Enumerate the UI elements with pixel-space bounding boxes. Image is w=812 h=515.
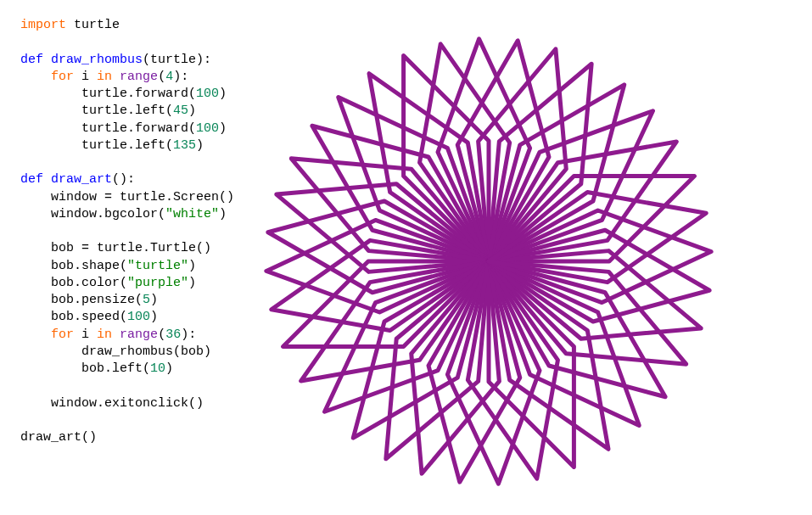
keyword-for: for [51,70,74,84]
loop-var: i [81,327,89,342]
stmt: bob = turtle.Turtle() [51,241,211,255]
stmt: turtle.forward( [81,121,196,136]
literal-number: 5 [143,293,150,307]
loop-var: i [81,70,89,84]
literal-number: 10 [150,361,165,376]
stmt: turtle.left( [81,138,173,153]
param: turtle [150,53,196,67]
stmt: bob.shape( [51,259,127,273]
stmt: draw_art() [20,430,97,445]
keyword-def: def [20,53,43,67]
stmt: draw_rhombus(bob) [81,344,211,359]
literal-number: 100 [196,87,219,101]
code-block: import turtle def draw_rhombus(turtle): … [0,0,234,515]
builtin-range: range [120,70,158,84]
stmt: bob.speed( [51,310,127,324]
literal-string: "white" [165,207,219,221]
literal-number: 100 [127,310,150,324]
function-name: draw_rhombus [51,53,143,67]
stmt: bob.left( [81,361,150,376]
stmt: window = turtle.Screen() [51,190,234,204]
keyword-def: def [20,172,43,187]
stmt: turtle.left( [81,104,173,118]
literal-number: 36 [165,327,181,342]
literal-number: 100 [196,121,219,136]
stmt: bob.color( [51,276,127,290]
literal-number: 45 [173,104,188,118]
literal-string: "turtle" [127,259,188,273]
keyword-in: in [97,327,112,342]
stmt: window.bgcolor( [51,207,165,221]
keyword-for: for [51,327,74,342]
module-name: turtle [74,18,120,32]
stmt: bob.pensize( [51,293,143,307]
stmt: turtle.forward( [81,87,196,101]
keyword-import: import [20,18,66,32]
rhombus-spiral-graphic [251,7,743,507]
function-name: draw_art [51,172,112,187]
literal-number: 135 [173,138,196,153]
literal-string: "purple" [127,276,188,290]
turtle-canvas [234,0,812,515]
stmt: window.exitonclick() [51,396,204,411]
keyword-in: in [97,70,112,84]
builtin-range: range [120,327,158,342]
literal-number: 4 [165,70,173,84]
